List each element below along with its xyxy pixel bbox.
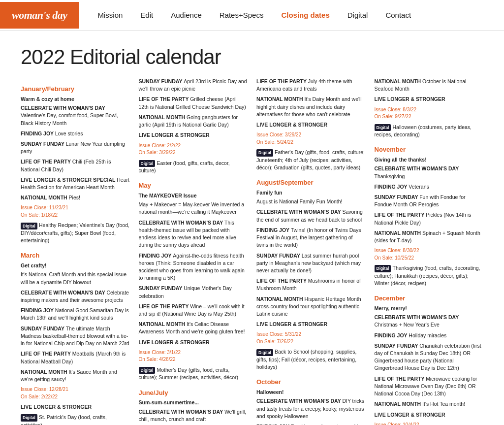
nav-item-mission[interactable]: Mission bbox=[89, 0, 131, 30]
section-title: LIVE LONGER & STRONGER bbox=[139, 339, 210, 345]
main-content: 2022 Editorial calendar January/February… bbox=[11, 31, 493, 425]
month-intro: It's National Craft Month and this speci… bbox=[21, 271, 130, 286]
section-item: NATIONAL MONTH Pies! bbox=[21, 194, 130, 201]
month-header: November bbox=[375, 145, 484, 155]
section-title: SUNDAY FUNDAY bbox=[139, 78, 184, 84]
section-body-text: Holiday miracles bbox=[409, 332, 446, 338]
on-sale: On Sale: 7/26/22 bbox=[256, 338, 366, 346]
section-title: LIVE LONGER & STRONGER bbox=[21, 404, 92, 410]
section-item: NATIONAL MONTH Going gangbusters for gar… bbox=[139, 114, 248, 129]
section-item: CELEBRATE WITH WOMAN'S DAY DIY tricks an… bbox=[256, 397, 366, 420]
month-header: March bbox=[21, 251, 130, 261]
section-item: NATIONAL MONTH Hispanic Heritage Month c… bbox=[256, 295, 366, 318]
logo-box: woman's day bbox=[0, 2, 79, 29]
month-intro: May + Makeover = May-keover We invented … bbox=[139, 201, 248, 216]
column-3: NATIONAL MONTH October is National Seafo… bbox=[375, 78, 484, 425]
section-item: LIFE OF THE PARTY Microwave cooking for … bbox=[375, 375, 484, 398]
issue-dates: Issue Close: 8/30/22On Sale: 10/25/22 bbox=[375, 247, 484, 262]
section-title: SUNDAY FUNDAY bbox=[21, 326, 66, 331]
digital-badge: Digital bbox=[139, 160, 156, 167]
nav-item-digital[interactable]: Digital bbox=[339, 0, 377, 30]
section-item: CELEBRATE WITH WOMAN'S DAY Christmas + N… bbox=[375, 314, 484, 328]
section-body-text: Pies! bbox=[69, 195, 80, 200]
on-sale: On Sale: 3/29/22 bbox=[139, 149, 248, 157]
digital-item: DigitalSt. Patrick's Day (food, crafts, … bbox=[21, 414, 130, 425]
issue-close: Issue Close: 12/28/21 bbox=[21, 386, 130, 393]
month-intro: August is National Family Fun Month! bbox=[256, 198, 366, 205]
section-title: CELEBRATE WITH WOMAN'S DAY bbox=[139, 220, 224, 226]
section-item: FINDING JOY Veterans bbox=[375, 183, 484, 191]
on-sale: On Sale: 2/22/22 bbox=[21, 393, 130, 401]
section-item: SUNDAY FUNDAY Chanukah celebration (firs… bbox=[375, 342, 484, 372]
digital-badge: Digital bbox=[21, 223, 37, 229]
section-title: CELEBRATE WITH WOMAN'S DAY bbox=[139, 409, 224, 415]
month-header: January/February bbox=[21, 85, 130, 94]
section-item: CELEBRATE WITH WOMAN'S DAY We'll grill, … bbox=[139, 408, 248, 423]
section-title: CELEBRATE WITH WOMAN'S DAY bbox=[21, 105, 105, 111]
section-item: SUNDAY FUNDAY April 23rd is Picnic Day a… bbox=[139, 78, 248, 93]
month-header: May bbox=[139, 181, 248, 191]
issue-dates: Issue Close: 12/28/21On Sale: 2/22/22 bbox=[21, 386, 130, 400]
digital-item: DigitalEaster (food, gifts, crafts, deco… bbox=[139, 160, 248, 175]
nav-item-edit[interactable]: Edit bbox=[131, 0, 162, 30]
section-title: LIVE LONGER & STRONGER bbox=[375, 412, 445, 418]
section-title: NATIONAL MONTH bbox=[21, 369, 69, 375]
issue-dates: Issue Close: 3/1/22On Sale: 4/26/22 bbox=[139, 349, 248, 363]
column-2: LIFE OF THE PARTY July 4th theme with Am… bbox=[256, 78, 366, 425]
section-title: SUNDAY FUNDAY bbox=[139, 285, 184, 291]
section-title: FINDING JOY bbox=[21, 307, 55, 313]
section-body-text: Christmas + New Year's Eve bbox=[375, 322, 440, 327]
section-item: LIFE OF THE PARTY Grilled cheese (April … bbox=[139, 96, 248, 110]
month-subheader: The MAYKEOVER Issue bbox=[139, 192, 248, 199]
section-title: CELEBRATE WITH WOMAN'S DAY bbox=[256, 398, 342, 404]
section-item: LIVE LONGER & STRONGER bbox=[375, 96, 484, 103]
section-title: LIFE OF THE PARTY bbox=[375, 376, 426, 382]
calendar-columns: January/FebruaryWarm & cozy at homeCELEB… bbox=[21, 78, 483, 425]
section-title: FINDING JOY bbox=[139, 253, 173, 259]
section-title: LIFE OF THE PARTY bbox=[139, 303, 190, 309]
section-title: LIFE OF THE PARTY bbox=[256, 278, 308, 284]
on-sale: On Sale: 4/26/22 bbox=[139, 356, 248, 363]
month-subheader: Get crafty! bbox=[21, 262, 130, 269]
digital-badge: Digital bbox=[375, 124, 391, 131]
digital-badge: Digital bbox=[256, 149, 273, 156]
section-title: NATIONAL MONTH bbox=[375, 401, 423, 407]
section-title: LIFE OF THE PARTY bbox=[139, 96, 190, 102]
nav-item-contact[interactable]: Contact bbox=[377, 0, 420, 30]
month-subheader: Halloween! bbox=[256, 389, 366, 396]
section-title: SUNDAY FUNDAY bbox=[21, 141, 66, 147]
issue-close: Issue Close: 5/31/22 bbox=[256, 331, 366, 338]
section-item: FINDING JOY Holiday miracles bbox=[375, 332, 484, 339]
section-title: LIVE LONGER & STRONGER bbox=[256, 321, 327, 327]
section-item: SUNDAY FUNDAY Last summer hurrah pool pa… bbox=[256, 252, 366, 275]
month-header: August/September bbox=[256, 178, 366, 188]
section-body-text: Thanksgiving bbox=[375, 173, 405, 179]
section-body-text: Veterans bbox=[409, 184, 429, 190]
nav-item-closingdates[interactable]: Closing dates bbox=[272, 0, 338, 30]
section-title: CELEBRATE WITH WOMAN'S DAY bbox=[375, 165, 459, 171]
section-item: FINDING JOY Love stories bbox=[21, 130, 130, 137]
section-item: CELEBRATE WITH WOMAN'S DAY Thanksgiving bbox=[375, 165, 484, 180]
section-title: CELEBRATE WITH WOMAN'S DAY bbox=[21, 290, 106, 295]
issue-close: Issue Close: 3/1/22 bbox=[139, 349, 248, 357]
section-title: NATIONAL MONTH bbox=[21, 195, 69, 200]
issue-close: Issue Close: 2/2/22 bbox=[139, 142, 248, 150]
section-item: NATIONAL MONTH Spinach + Squash Month (s… bbox=[375, 229, 484, 244]
month-subheader: Giving all the thanks! bbox=[375, 156, 484, 163]
section-title: NATIONAL MONTH bbox=[375, 230, 423, 236]
digital-item: DigitalFather's Day (gifts, food, crafts… bbox=[256, 149, 366, 171]
section-item: SUNDAY FUNDAY Unique Mother's Day celebr… bbox=[139, 285, 248, 299]
section-title: SUNDAY FUNDAY bbox=[256, 253, 302, 259]
month-header: June/July bbox=[139, 389, 248, 398]
nav-item-ratesspecs[interactable]: Rates+Specs bbox=[211, 0, 273, 30]
nav-item-audience[interactable]: Audience bbox=[162, 0, 211, 30]
section-item: FINDING JOY Twins! (In honor of Twins Da… bbox=[256, 227, 366, 249]
section-title: NATIONAL MONTH bbox=[139, 114, 187, 120]
section-item: LIFE OF THE PARTY July 4th theme with Am… bbox=[256, 78, 366, 93]
section-title: LIFE OF THE PARTY bbox=[256, 78, 308, 84]
section-title: FINDING JOY bbox=[375, 184, 409, 190]
section-item: LIVE LONGER & STRONGER bbox=[256, 121, 366, 129]
section-item: NATIONAL MONTH October is National Seafo… bbox=[375, 78, 484, 93]
section-item: LIFE OF THE PARTY Wine – we'll cook with… bbox=[139, 303, 248, 318]
month-subheader: Family fun bbox=[256, 189, 366, 196]
